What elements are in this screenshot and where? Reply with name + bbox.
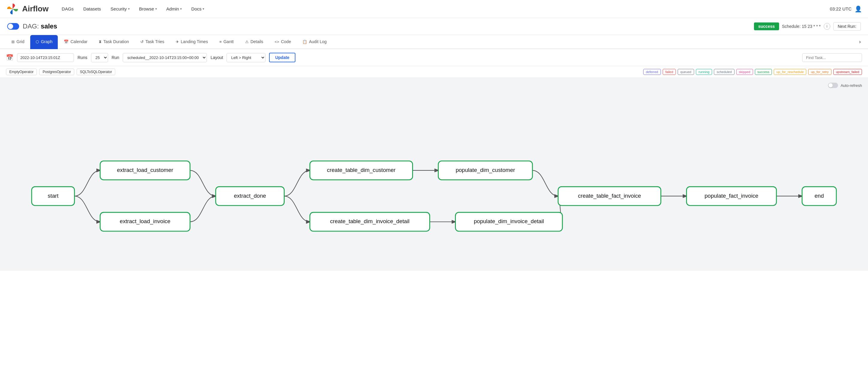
tab-arrow-right[interactable]: ›: [859, 39, 861, 45]
nav-item-docs[interactable]: Docs▾: [187, 4, 208, 14]
status-tag-scheduled: scheduled: [714, 69, 734, 75]
dag-node-populate_dim_customer[interactable]: populate_dim_customer: [438, 161, 532, 180]
tab-grid[interactable]: ⊞Grid: [6, 35, 30, 49]
tab-label-calendar: Calendar: [70, 39, 87, 44]
tab-icon-details: ⚠: [245, 39, 249, 44]
chevron-down-icon: ▾: [128, 7, 130, 10]
nav-item-dags[interactable]: DAGs: [58, 4, 78, 14]
dag-node-extract_load_customer[interactable]: extract_load_customer: [100, 161, 190, 180]
nav-item-security[interactable]: Security▾: [106, 4, 133, 14]
chevron-down-icon: ▾: [155, 7, 157, 10]
time-display: 03:22 UTC: [830, 6, 851, 11]
tab-label-gantt: Gantt: [223, 39, 234, 44]
tab-label-task-duration: Task Duration: [103, 39, 129, 44]
airflow-logo: [6, 2, 19, 16]
status-tag-queued: queued: [678, 69, 694, 75]
tabs-bar: ⊞Grid⬡Graph📅Calendar⧗Task Duration↺Task …: [0, 35, 868, 49]
tab-icon-gantt: ≡: [219, 39, 222, 44]
runs-select[interactable]: 25: [91, 53, 108, 62]
tab-label-code: Code: [281, 39, 291, 44]
dag-title: DAG: sales: [23, 23, 57, 30]
tab-icon-audit-log: 📋: [302, 39, 307, 44]
status-tag-running: running: [696, 69, 712, 75]
navbar-right: 03:22 UTC 👤: [830, 5, 862, 12]
update-button[interactable]: Update: [269, 53, 295, 62]
dag-header-right: success Schedule: 15 23 * * * i Next Run…: [754, 22, 861, 31]
dag-node-create_table_dim_customer[interactable]: create_table_dim_customer: [310, 161, 412, 180]
dag-graph: startextract_load_customerextract_load_i…: [6, 84, 862, 264]
tab-calendar[interactable]: 📅Calendar: [58, 35, 93, 49]
date-input[interactable]: [17, 53, 74, 62]
dag-node-end[interactable]: end: [802, 187, 836, 206]
dag-toggle[interactable]: [7, 23, 19, 30]
svg-rect-6: [310, 212, 430, 231]
dag-edge: [190, 196, 216, 222]
graph-area: Auto-refresh startextract_load_customere…: [0, 78, 868, 271]
tab-label-graph: Graph: [41, 39, 52, 44]
operator-tags: EmptyOperatorPostgresOperatorSQLToSQLOpe…: [6, 68, 115, 75]
find-task-input[interactable]: [802, 53, 862, 62]
tab-icon-graph: ⬡: [36, 39, 39, 44]
tab-icon-task-tries: ↺: [141, 39, 144, 44]
auto-refresh-toggle[interactable]: [828, 83, 838, 88]
dag-edge: [284, 171, 310, 196]
next-run-button[interactable]: Next Run:: [833, 22, 861, 31]
navbar: Airflow DAGsDatasetsSecurity▾Browse▾Admi…: [0, 0, 868, 18]
layout-select[interactable]: Left > Right Top > Bottom: [226, 53, 266, 62]
tab-icon-landing-times: ✈: [176, 39, 179, 44]
schedule-text: Schedule: 15 23 * * *: [782, 24, 821, 29]
tab-audit-log[interactable]: 📋Audit Log: [297, 35, 332, 49]
tab-task-tries[interactable]: ↺Task Tries: [135, 35, 170, 49]
status-badge: success: [754, 23, 779, 30]
svg-rect-9: [558, 187, 661, 206]
status-tag-up_for_reschedule: up_for_reschedule: [774, 69, 806, 75]
info-icon[interactable]: i: [824, 23, 830, 30]
nav-item-admin[interactable]: Admin▾: [162, 4, 186, 14]
chevron-down-icon: ▾: [203, 7, 204, 10]
svg-rect-10: [687, 187, 776, 206]
dag-node-extract_load_invoice[interactable]: extract_load_invoice: [100, 212, 190, 231]
dag-node-populate_dim_invoice_detail[interactable]: populate_dim_invoice_detail: [455, 212, 562, 231]
tab-label-audit-log: Audit Log: [309, 39, 327, 44]
nav-item-browse[interactable]: Browse▾: [135, 4, 161, 14]
auto-refresh-label: Auto-refresh: [840, 83, 862, 88]
brand[interactable]: Airflow: [6, 2, 49, 16]
dag-node-create_table_dim_invoice_detail[interactable]: create_table_dim_invoice_detail: [310, 212, 430, 231]
dag-node-populate_fact_invoice[interactable]: populate_fact_invoice: [687, 187, 776, 206]
run-label: Run: [112, 55, 119, 60]
svg-rect-3: [100, 212, 190, 231]
dag-node-start[interactable]: start: [32, 187, 74, 206]
tab-label-task-tries: Task Tries: [146, 39, 164, 44]
svg-rect-5: [310, 161, 412, 180]
tab-graph[interactable]: ⬡Graph: [30, 35, 58, 49]
operator-tag-emptyoperator: EmptyOperator: [6, 68, 37, 75]
chevron-down-icon: ▾: [180, 7, 182, 10]
status-tag-up_for_retry: up_for_retry: [808, 69, 831, 75]
tab-task-duration[interactable]: ⧗Task Duration: [93, 35, 134, 49]
runs-label: Runs: [78, 55, 87, 60]
dag-node-create_table_fact_invoice[interactable]: create_table_fact_invoice: [558, 187, 661, 206]
calendar-icon[interactable]: 📅: [6, 54, 13, 61]
tab-code[interactable]: <>Code: [269, 35, 297, 49]
status-tags: deferredfailedqueuedrunningscheduledskip…: [643, 69, 862, 75]
operator-tag-postgresoperator: PostgresOperator: [39, 68, 74, 75]
tab-icon-grid: ⊞: [11, 39, 15, 44]
tab-landing-times[interactable]: ✈Landing Times: [170, 35, 213, 49]
user-icon[interactable]: 👤: [855, 5, 862, 12]
status-tag-upstream_failed: upstream_failed: [833, 69, 862, 75]
run-select[interactable]: scheduled__2022-10-14T23:15:00+00:00: [123, 53, 207, 62]
tab-label-landing-times: Landing Times: [181, 39, 208, 44]
dag-node-extract_done[interactable]: extract_done: [216, 187, 284, 206]
tab-details[interactable]: ⚠Details: [240, 35, 269, 49]
status-tag-skipped: skipped: [736, 69, 753, 75]
tab-gantt[interactable]: ≡Gantt: [214, 35, 239, 49]
tab-icon-code: <>: [275, 39, 279, 44]
nav-item-datasets[interactable]: Datasets: [79, 4, 105, 14]
status-tag-failed: failed: [663, 69, 676, 75]
dag-edge: [74, 196, 100, 222]
dag-edge: [532, 171, 558, 196]
tab-icon-calendar: 📅: [64, 39, 68, 44]
svg-rect-7: [438, 161, 532, 180]
svg-rect-8: [455, 212, 562, 231]
svg-rect-2: [100, 161, 190, 180]
